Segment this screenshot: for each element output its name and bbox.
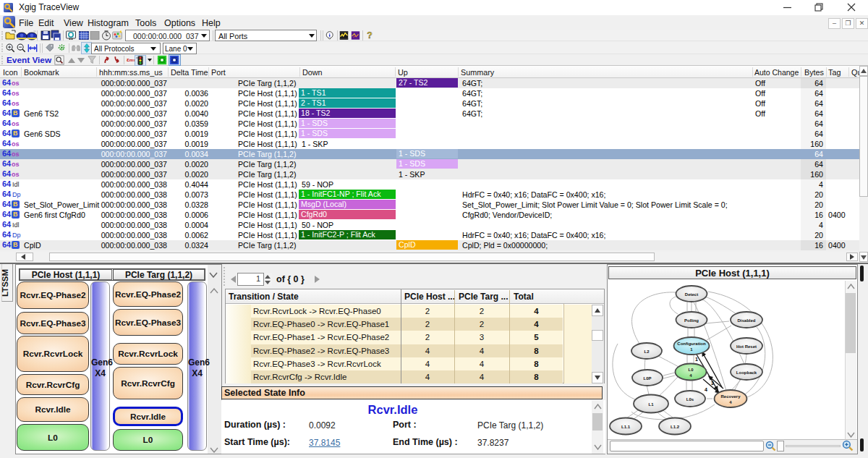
svg-text:3: 3 [711, 381, 714, 386]
svg-text:L1.2: L1.2 [671, 425, 680, 429]
svg-text:L1: L1 [648, 402, 654, 407]
svg-text:L1.1: L1.1 [621, 425, 631, 429]
svg-text:Detect: Detect [685, 292, 698, 297]
svg-text:Loopback: Loopback [736, 370, 757, 375]
svg-text:Recovery: Recovery [720, 394, 741, 399]
svg-text:4: 4 [705, 387, 707, 392]
svg-text:L0: L0 [688, 368, 694, 372]
svg-text:L2: L2 [644, 349, 650, 354]
svg-text:Polling: Polling [684, 318, 699, 323]
svg-text:L0P: L0P [643, 376, 651, 381]
svg-text:Configuration: Configuration [677, 342, 706, 346]
svg-text:Disabled: Disabled [737, 318, 755, 323]
svg-text:L0s: L0s [686, 397, 694, 402]
svg-text:Hot Reset: Hot Reset [736, 344, 757, 349]
svg-text:1: 1 [695, 357, 698, 362]
svg-text:?: ? [367, 30, 372, 41]
